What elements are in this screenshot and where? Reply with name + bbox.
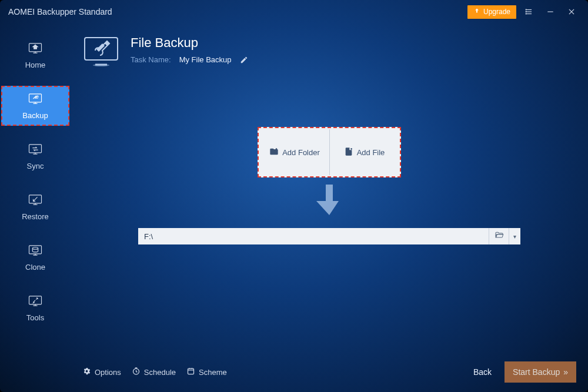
add-folder-button[interactable]: Add Folder [260,129,329,175]
close-button[interactable] [563,4,580,20]
options-label: Options [95,368,121,377]
file-backup-hero-icon [82,35,120,68]
sidebar-item-label: Sync [27,162,44,170]
browse-destination-button[interactable] [489,228,509,244]
destination-dropdown-button[interactable]: ▾ [509,228,520,244]
svg-point-4 [526,11,526,12]
svg-point-5 [526,14,526,14]
svg-point-17 [93,64,109,66]
sidebar-item-home[interactable]: Home [0,35,71,75]
sidebar: Home Backup Sync Restore Clone [0,35,71,339]
footer-bar: Options Schedule Scheme Back Start Backu… [82,360,576,384]
sidebar-item-label: Home [25,61,46,69]
upgrade-button[interactable]: Upgrade [467,5,516,19]
start-backup-label: Start Backup [513,367,560,377]
minimize-button[interactable] [542,4,559,20]
backup-icon [27,92,44,108]
svg-rect-19 [188,368,194,374]
sidebar-item-sync[interactable]: Sync [0,136,71,176]
add-folder-label: Add Folder [282,148,320,157]
sidebar-item-backup[interactable]: Backup [1,86,69,126]
menu-list-icon[interactable] [521,4,537,20]
chevron-right-icon: » [563,367,568,377]
options-button[interactable]: Options [82,367,121,377]
sidebar-item-restore[interactable]: Restore [0,187,71,227]
sidebar-item-clone[interactable]: Clone [0,237,71,277]
main-content: File Backup Task Name: My File Backup Ad… [82,35,576,357]
add-file-button[interactable]: Add File [329,129,399,175]
destination-path-bar: F:\ ▾ [138,228,520,244]
folder-plus-icon [269,147,279,158]
back-button[interactable]: Back [473,367,492,377]
upgrade-icon [473,8,480,16]
gear-icon [82,367,91,377]
app-window: AOMEI Backupper Standard Upgrade Home [0,0,588,392]
add-file-label: Add File [357,148,385,157]
task-name-label: Task Name: [131,55,171,64]
scheme-button[interactable]: Scheme [186,367,227,377]
sidebar-item-label: Clone [25,263,45,272]
start-backup-button[interactable]: Start Backup » [505,361,576,383]
sync-icon [27,142,44,158]
svg-rect-11 [29,145,42,153]
app-title: AOMEI Backupper Standard [8,7,112,16]
restore-icon [27,193,44,209]
destination-path-input[interactable]: F:\ [138,228,489,244]
svg-rect-15 [29,296,42,304]
page-header: File Backup Task Name: My File Backup [82,35,576,68]
edit-task-name-button[interactable] [240,56,248,64]
svg-point-14 [32,247,38,250]
svg-rect-13 [29,246,42,254]
folder-open-icon [494,230,505,242]
clone-icon [27,243,44,259]
tools-icon [27,294,44,310]
sidebar-item-label: Tools [26,313,44,322]
sidebar-item-label: Restore [22,212,49,221]
page-title: File Backup [131,35,248,51]
sidebar-item-label: Backup [22,111,48,120]
schedule-label: Schedule [144,368,176,377]
source-add-panel: Add Folder Add File [258,127,401,177]
svg-point-3 [526,9,526,10]
upgrade-label: Upgrade [483,8,510,16]
clock-icon [132,367,141,377]
file-plus-icon [344,147,353,158]
sidebar-item-tools[interactable]: Tools [0,288,71,328]
calendar-icon [186,367,195,377]
task-name-value: My File Backup [179,55,232,64]
schedule-button[interactable]: Schedule [132,367,176,377]
chevron-down-icon: ▾ [513,233,516,240]
flow-arrow-icon [82,185,576,217]
task-name-row: Task Name: My File Backup [131,55,248,64]
home-icon [27,41,44,57]
titlebar: AOMEI Backupper Standard Upgrade [0,0,588,24]
scheme-label: Scheme [199,368,227,377]
